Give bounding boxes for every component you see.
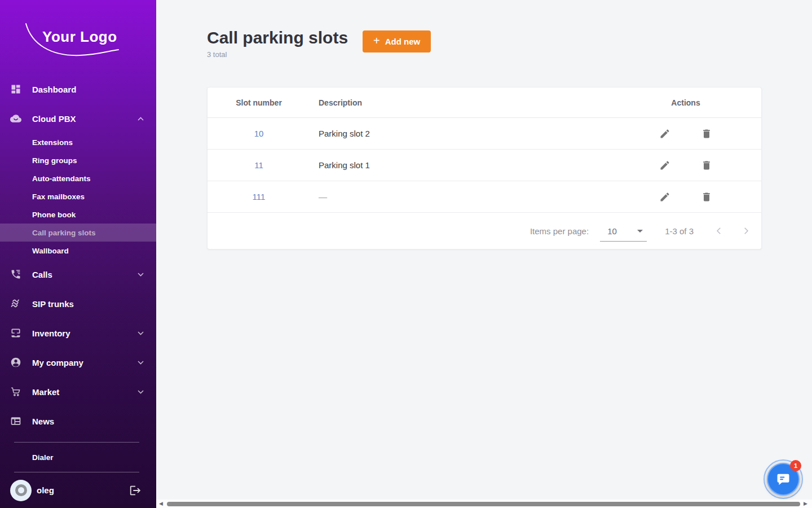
- previous-page-button[interactable]: [714, 226, 724, 236]
- delete-icon[interactable]: [701, 160, 712, 171]
- sidebar: Your Logo Dashboard Cloud PBX Extensions…: [0, 0, 156, 508]
- chevron-up-icon: [138, 117, 144, 121]
- edit-icon[interactable]: [659, 128, 670, 139]
- logout-icon[interactable]: [129, 484, 142, 497]
- sidebar-item-cloud-pbx[interactable]: Cloud PBX: [0, 104, 156, 133]
- add-new-button[interactable]: + Add new: [363, 30, 431, 52]
- pagination-bar: Items per page: 10 1-3 of 3: [208, 213, 761, 249]
- news-icon: [10, 415, 21, 427]
- next-page-button[interactable]: [741, 226, 751, 236]
- chevron-down-icon: [138, 361, 144, 365]
- avatar-ring-icon: [15, 484, 27, 496]
- sidebar-item-wallboard[interactable]: Wallboard: [0, 242, 156, 260]
- slot-description: —: [310, 192, 610, 202]
- sip-trunks-icon: [10, 298, 21, 309]
- table-row: 111 —: [208, 181, 761, 213]
- chat-widget-button[interactable]: 1: [764, 459, 803, 499]
- sidebar-item-label: Market: [32, 387, 59, 397]
- user-row[interactable]: oleg: [0, 472, 156, 508]
- table-header-row: Slot number Description Actions: [208, 87, 761, 118]
- sidebar-item-fax-mailboxes[interactable]: Fax mailboxes: [0, 187, 156, 205]
- sidebar-item-dashboard[interactable]: Dashboard: [0, 75, 156, 104]
- pagination-range: 1-3 of 3: [665, 226, 694, 236]
- sidebar-item-extensions[interactable]: Extensions: [0, 133, 156, 151]
- sidebar-item-auto-attendants[interactable]: Auto-attendants: [0, 169, 156, 187]
- horizontal-scrollbar-thumb[interactable]: [167, 502, 800, 506]
- delete-icon[interactable]: [701, 191, 712, 203]
- sidebar-item-ring-groups[interactable]: Ring groups: [0, 151, 156, 169]
- column-header-actions: Actions: [610, 98, 761, 107]
- sidebar-item-label: My company: [32, 358, 83, 367]
- my-company-icon: [10, 357, 21, 368]
- items-per-page-value: 10: [607, 226, 617, 236]
- inventory-icon: [10, 327, 21, 339]
- calls-icon: [10, 269, 21, 280]
- sidebar-item-calls[interactable]: Calls: [0, 260, 156, 289]
- scroll-left-arrow-icon[interactable]: ◀: [159, 501, 163, 506]
- logo-text: Your Logo: [42, 28, 117, 46]
- delete-icon[interactable]: [701, 128, 712, 139]
- market-icon: [10, 386, 21, 397]
- slot-number-link[interactable]: 11: [254, 160, 263, 170]
- user-name: oleg: [37, 485, 54, 495]
- slot-number-link[interactable]: 10: [254, 129, 264, 138]
- sidebar-item-label: News: [32, 417, 54, 426]
- sidebar-item-label: Inventory: [32, 329, 70, 338]
- sidebar-item-label: Dashboard: [32, 85, 76, 94]
- select-arrow-icon: [637, 230, 643, 233]
- items-per-page-label: Items per page:: [530, 226, 589, 236]
- logo: Your Logo: [0, 0, 156, 75]
- add-new-button-label: Add new: [385, 37, 421, 46]
- table-row: 10 Parking slot 2: [208, 118, 761, 150]
- chevron-down-icon: [138, 390, 144, 394]
- table-row: 11 Parking slot 1: [208, 150, 761, 181]
- page-header: Call parking slots 3 total + Add new: [207, 27, 812, 59]
- chevron-down-icon: [138, 273, 144, 277]
- scroll-right-arrow-icon[interactable]: ▶: [804, 501, 807, 506]
- avatar: [10, 480, 32, 501]
- parking-slots-table-card: Slot number Description Actions 10 Parki…: [207, 87, 762, 249]
- slot-number-link[interactable]: 111: [253, 192, 266, 202]
- slot-description: Parking slot 1: [310, 160, 610, 170]
- column-header-slot-number: Slot number: [208, 98, 310, 107]
- sidebar-item-sip-trunks[interactable]: SIP trunks: [0, 289, 156, 318]
- sidebar-item-label: Calls: [32, 270, 52, 279]
- total-count: 3 total: [207, 50, 348, 59]
- sidebar-item-market[interactable]: Market: [0, 377, 156, 406]
- sidebar-item-news[interactable]: News: [0, 406, 156, 436]
- chevron-down-icon: [138, 331, 144, 335]
- sidebar-item-label: Cloud PBX: [32, 114, 76, 124]
- edit-icon[interactable]: [659, 160, 670, 171]
- sidebar-item-phone-book[interactable]: Phone book: [0, 205, 156, 224]
- edit-icon[interactable]: [659, 191, 670, 203]
- sidebar-item-label: SIP trunks: [32, 299, 74, 309]
- items-per-page-select[interactable]: 10: [600, 226, 647, 242]
- page-title: Call parking slots: [207, 27, 348, 49]
- column-header-description: Description: [310, 98, 610, 107]
- horizontal-scrollbar: ◀ ▶: [156, 500, 812, 508]
- sidebar-item-inventory[interactable]: Inventory: [0, 318, 156, 348]
- dashboard-icon: [10, 84, 21, 95]
- chat-unread-badge: 1: [790, 460, 801, 471]
- slot-description: Parking slot 2: [310, 129, 610, 138]
- sidebar-item-call-parking-slots[interactable]: Call parking slots: [0, 224, 156, 242]
- sidebar-item-dialer[interactable]: Dialer: [0, 443, 156, 472]
- plus-icon: +: [373, 34, 380, 47]
- main-content: Call parking slots 3 total + Add new Slo…: [156, 0, 812, 508]
- cloud-icon: [10, 113, 21, 124]
- sidebar-item-my-company[interactable]: My company: [0, 348, 156, 377]
